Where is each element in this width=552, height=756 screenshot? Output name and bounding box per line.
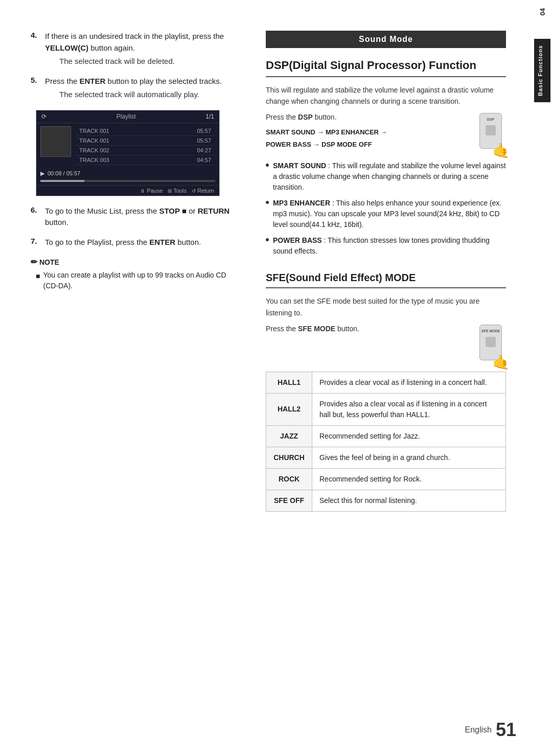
step-6: 6. To go to the Music List, press the ST…	[31, 205, 235, 228]
dsp-press-text: Press the DSP button.	[266, 113, 470, 121]
sound-mode-header: Sound Mode	[266, 31, 506, 48]
note-item-1: ■ You can create a playlist with up to 9…	[36, 270, 235, 291]
footer-language: English	[465, 725, 491, 735]
sfe-table-row: HALL2 Provides also a clear vocal as if …	[266, 393, 506, 425]
sidebar-tab: 04 Basic Functions	[533, 0, 552, 756]
sfe-desc-cell: Gives the feel of being in a grand churc…	[312, 447, 506, 468]
sfe-table-row: JAZZ Recommended setting for Jazz.	[266, 425, 506, 447]
sfe-mode-cell: SFE OFF	[266, 490, 312, 511]
dsp-flow-diagram: SMART SOUND → MP3 ENHANCER → POWER BASS …	[266, 126, 470, 150]
playlist-row-1: TRACK 001 05:57	[75, 136, 215, 146]
sfe-section-title: SFE(Sound Field Effect) MODE	[266, 271, 506, 288]
sfe-desc-cell: Provides also a clear vocal as if listen…	[312, 393, 506, 425]
dsp-bullet-3: POWER BASS : This function stresses low …	[266, 235, 506, 257]
pause-icon: ⏸	[140, 188, 145, 194]
note-icon: ✏	[31, 257, 37, 267]
footer-page-number: 51	[496, 719, 516, 741]
page-footer: English 51	[465, 719, 516, 741]
step-5: 5. Press the ENTER button to play the se…	[31, 76, 235, 101]
sfe-desc-cell: Recommended setting for Rock.	[312, 468, 506, 490]
tools-icon: ⊞	[168, 188, 172, 194]
remote-button	[486, 125, 496, 135]
step-7-text: To go to the Playlist, press the ENTER b…	[45, 238, 201, 246]
playlist-box: ⟳ Playlist 1/1 TRACK 001 05:57 TRACK 001…	[36, 110, 220, 196]
sfe-table: HALL1 Provides a clear vocal as if liste…	[266, 372, 506, 512]
playlist-header-icon: ⟳	[41, 113, 47, 120]
sfe-mode-cell: HALL2	[266, 393, 312, 425]
step-4-content: If there is an undesired track in the pl…	[45, 31, 235, 67]
sfe-press-area: Press the SFE MODE button. SFE MODE 🤙	[266, 325, 506, 365]
step-4-text: If there is an undesired track in the pl…	[45, 32, 224, 52]
playlist-title: Playlist	[117, 113, 136, 120]
sfe-press-text: Press the SFE MODE button.	[266, 325, 465, 333]
step-6-content: To go to the Music List, press the STOP …	[45, 205, 235, 228]
sfe-desc-cell: Select this for normal listening.	[312, 490, 506, 511]
bullet-dot-2	[266, 201, 269, 204]
step-7-content: To go to the Playlist, press the ENTER b…	[45, 237, 235, 248]
step-5-sub: The selected track will automatically pl…	[59, 89, 235, 101]
dsp-bullets: SMART SOUND : This will regulate and sta…	[266, 161, 506, 257]
playlist-header: ⟳ Playlist 1/1	[36, 110, 219, 123]
dsp-bullet-3-text: POWER BASS : This function stresses low …	[273, 235, 506, 257]
progress-fill	[40, 180, 84, 182]
dsp-bullet-1-text: SMART SOUND : This will regulate and sta…	[273, 161, 506, 193]
hand-icon: 🤙	[492, 142, 510, 159]
playlist-row-3: TRACK 003 04:57	[75, 155, 215, 165]
step-5-text: Press the ENTER button to play the selec…	[45, 77, 222, 85]
playlist-row-2: TRACK 002 04:27	[75, 146, 215, 155]
note-bullet: ■	[36, 271, 40, 282]
dsp-bullet-1: SMART SOUND : This will regulate and sta…	[266, 161, 506, 193]
chapter-number: 04	[536, 5, 549, 18]
playlist-progress-text: 00:08 / 05:57	[48, 170, 80, 176]
progress-bar	[40, 180, 215, 182]
dsp-section-title: DSP(Digital Signal Processor) Function	[266, 58, 506, 77]
step-4-sub: The selected track will be deleted.	[59, 56, 235, 67]
step-5-content: Press the ENTER button to play the selec…	[45, 76, 235, 101]
return-btn: ↺ Return	[192, 188, 214, 194]
sfe-remote-icon: SFE MODE 🤙	[475, 325, 506, 365]
playlist-progress-row: ▶ 00:08 / 05:57	[36, 168, 219, 179]
note-title: ✏ NOTE	[31, 257, 235, 267]
pause-btn: ⏸ Pause	[140, 188, 163, 194]
tools-btn: ⊞ Tools	[168, 188, 187, 194]
playlist-album-art	[40, 126, 71, 157]
step-6-num: 6.	[31, 205, 43, 214]
sfe-mode-cell: CHURCH	[266, 447, 312, 468]
track-header: TRACK 001	[79, 128, 115, 134]
playlist-row-header: TRACK 001 05:57	[75, 126, 215, 136]
dsp-bullet-2-text: MP3 ENHANCER : This also helps enhance y…	[273, 198, 506, 230]
sfe-remote-button	[486, 337, 496, 347]
step-5-num: 5.	[31, 76, 43, 84]
note-section: ✏ NOTE ■ You can create a playlist with …	[31, 257, 235, 291]
dsp-body-text: This will regulate and stabilize the vol…	[266, 84, 506, 107]
chapter-label: Basic Functions	[534, 39, 550, 102]
playlist-tracks: TRACK 001 05:57 TRACK 001 05:57 TRACK 00…	[71, 126, 215, 165]
sfe-hand-icon: 🤙	[492, 354, 510, 371]
dsp-remote-label: DSP	[487, 118, 494, 121]
step-6-text: To go to the Music List, press the STOP …	[45, 207, 229, 227]
dsp-bullet-2: MP3 ENHANCER : This also helps enhance y…	[266, 198, 506, 230]
playlist-footer: ⏸ Pause ⊞ Tools ↺ Return	[36, 185, 219, 196]
sfe-table-row: SFE OFF Select this for normal listening…	[266, 490, 506, 511]
sfe-body-text: You can set the SFE mode best suited for…	[266, 295, 506, 318]
bullet-dot-3	[266, 238, 269, 241]
sfe-table-row: ROCK Recommended setting for Rock.	[266, 468, 506, 490]
step-7-num: 7.	[31, 237, 43, 245]
sfe-mode-cell: JAZZ	[266, 425, 312, 447]
sfe-desc-cell: Provides a clear vocal as if listening i…	[312, 372, 506, 393]
play-icon: ▶	[40, 170, 44, 177]
dsp-press-area: Press the DSP button. SMART SOUND → MP3 …	[266, 113, 506, 155]
sfe-mode-cell: HALL1	[266, 372, 312, 393]
playlist-thumb-row: TRACK 001 05:57 TRACK 001 05:57 TRACK 00…	[36, 123, 219, 168]
sfe-mode-cell: ROCK	[266, 468, 312, 490]
step-4: 4. If there is an undesired track in the…	[31, 31, 235, 67]
sfe-desc-cell: Recommended setting for Jazz.	[312, 425, 506, 447]
bullet-dot-1	[266, 164, 269, 167]
step-4-num: 4.	[31, 31, 43, 39]
step-7: 7. To go to the Playlist, press the ENTE…	[31, 237, 235, 248]
dsp-flow-text: Press the DSP button. SMART SOUND → MP3 …	[266, 113, 470, 155]
return-icon: ↺	[192, 188, 196, 194]
dsp-remote-icon: DSP 🤙	[475, 113, 506, 154]
sfe-remote-label: SFE MODE	[481, 329, 500, 333]
sfe-table-row: CHURCH Gives the feel of being in a gran…	[266, 447, 506, 468]
